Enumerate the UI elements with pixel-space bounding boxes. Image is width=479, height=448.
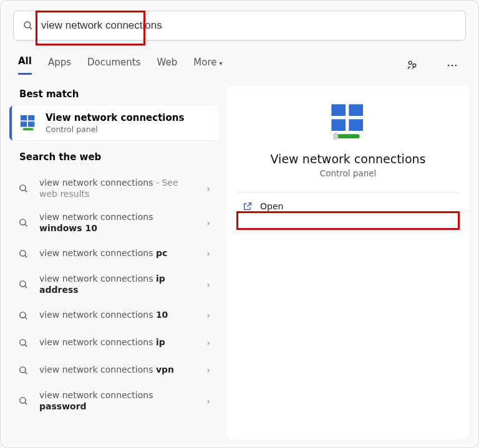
web-result-text: view network connections - See web resul… (39, 178, 198, 199)
web-result-text: view network connections pc (39, 248, 198, 259)
best-match-header: Best match (9, 86, 219, 106)
svg-rect-33 (333, 133, 338, 140)
svg-line-25 (25, 371, 27, 373)
web-result[interactable]: view network connections - See web resul… (9, 171, 219, 206)
search-icon (18, 338, 31, 348)
chevron-right-icon: › (206, 280, 210, 290)
web-result[interactable]: view network connections pc› (9, 240, 219, 267)
svg-point-12 (20, 185, 26, 191)
search-icon (18, 249, 31, 259)
search-icon (18, 217, 31, 228)
chevron-right-icon: › (206, 310, 210, 320)
search-icon (18, 183, 31, 194)
org-search-icon[interactable] (404, 57, 421, 74)
best-match-subtitle: Control panel (46, 125, 184, 134)
svg-line-13 (25, 190, 27, 192)
web-result[interactable]: view network connections ip› (9, 329, 219, 356)
svg-line-27 (25, 403, 27, 404)
network-connections-icon (19, 114, 38, 133)
svg-rect-11 (23, 128, 34, 130)
web-result[interactable]: view network connections windows 10› (9, 206, 219, 240)
filter-tabs: All Apps Documents Web More▾ (1, 45, 478, 75)
svg-line-23 (25, 344, 27, 346)
svg-point-5 (452, 64, 453, 66)
svg-rect-30 (331, 119, 346, 131)
search-icon (18, 396, 31, 406)
chevron-down-icon: ▾ (219, 60, 222, 67)
chevron-right-icon: › (206, 218, 210, 228)
svg-line-17 (25, 255, 27, 257)
svg-line-19 (25, 286, 27, 288)
svg-line-21 (25, 317, 27, 318)
tab-apps[interactable]: Apps (48, 57, 71, 74)
action-open-label: Open (260, 201, 283, 211)
svg-point-18 (20, 281, 26, 287)
svg-rect-10 (28, 122, 34, 126)
panel-divider (238, 192, 458, 193)
web-result-text: view network connections ip address (39, 274, 198, 295)
tab-web[interactable]: Web (157, 57, 178, 74)
chevron-right-icon: › (206, 396, 210, 406)
panel-title: View network connections (271, 152, 426, 166)
search-input[interactable] (41, 19, 172, 32)
svg-point-6 (455, 64, 457, 66)
chevron-right-icon: › (206, 184, 210, 194)
web-result-text: view network connections ip (39, 337, 198, 348)
svg-line-15 (25, 224, 27, 226)
svg-rect-32 (336, 134, 359, 138)
svg-point-22 (20, 339, 26, 345)
details-panel: View network connections Control panel O… (226, 86, 470, 440)
svg-point-0 (24, 22, 31, 28)
web-result[interactable]: view network connections 10› (9, 302, 219, 329)
web-result-text: view network connections 10 (39, 310, 198, 321)
chevron-right-icon: › (206, 249, 210, 259)
svg-line-1 (30, 27, 32, 29)
svg-point-4 (448, 64, 450, 66)
web-result-text: view network connections password (39, 390, 198, 412)
svg-point-2 (409, 61, 412, 64)
action-open[interactable]: Open (238, 195, 458, 217)
best-match-result[interactable]: View network connections Control panel (9, 106, 219, 140)
svg-point-24 (20, 366, 26, 372)
search-icon (18, 279, 31, 290)
search-icon (22, 20, 34, 31)
search-icon (18, 310, 31, 321)
tab-documents[interactable]: Documents (87, 57, 141, 74)
search-the-web-header: Search the web (9, 149, 219, 169)
chevron-right-icon: › (206, 365, 210, 375)
svg-rect-9 (21, 122, 27, 126)
tab-all[interactable]: All (18, 55, 32, 75)
open-external-icon (243, 201, 253, 211)
svg-rect-31 (349, 119, 363, 131)
web-result[interactable]: view network connections password› (9, 384, 219, 418)
chevron-right-icon: › (206, 338, 210, 348)
svg-point-26 (20, 398, 26, 403)
web-result[interactable]: view network connections ip address› (9, 267, 219, 302)
panel-subtitle: Control panel (320, 168, 377, 178)
network-connections-large-icon (328, 101, 368, 141)
web-result-text: view network connections vpn (39, 365, 198, 376)
tab-more[interactable]: More▾ (193, 57, 222, 74)
svg-point-16 (20, 250, 26, 255)
search-bar[interactable] (13, 11, 466, 41)
svg-rect-28 (331, 104, 346, 116)
svg-point-3 (413, 64, 416, 67)
tab-more-label: More (193, 57, 216, 68)
web-result[interactable]: view network connections vpn› (9, 356, 219, 384)
svg-point-20 (20, 312, 26, 317)
more-options-icon[interactable] (443, 57, 461, 74)
svg-rect-29 (349, 104, 363, 116)
best-match-title: View network connections (46, 112, 184, 123)
search-icon (18, 365, 31, 376)
web-result-text: view network connections windows 10 (39, 212, 198, 234)
svg-rect-7 (21, 115, 27, 120)
svg-rect-8 (28, 115, 34, 120)
svg-point-14 (20, 219, 26, 225)
